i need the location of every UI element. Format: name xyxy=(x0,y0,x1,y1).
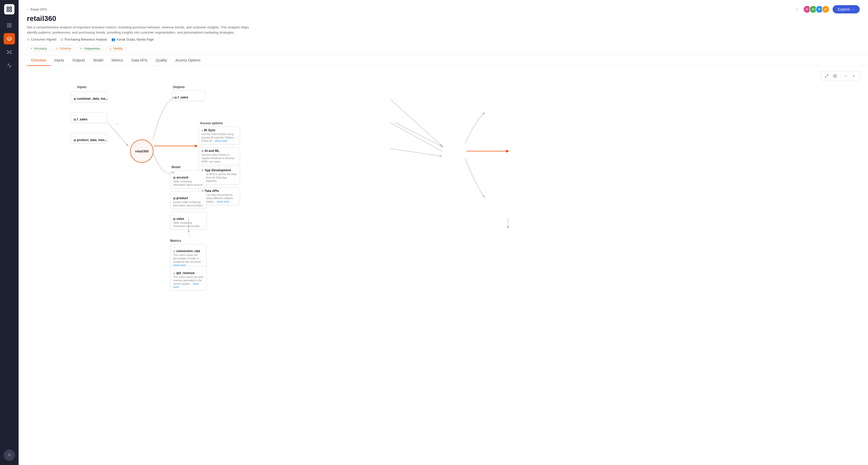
access-ai-ml[interactable]: ⊙ AI and ML Use this Data Product in Jup… xyxy=(199,147,240,165)
model-product[interactable]: — ▤ product product table containing inf… xyxy=(170,191,207,209)
breadcrumb-label: Retail OPS xyxy=(30,7,47,11)
sidebar-item-grid[interactable] xyxy=(4,20,15,31)
svg-point-19 xyxy=(8,454,10,455)
model-account[interactable]: — ▤ account Table containing information… xyxy=(170,170,207,188)
table-icon-3: ▤ xyxy=(74,139,76,142)
svg-line-18 xyxy=(10,53,10,53)
tab-model[interactable]: Model xyxy=(89,55,107,66)
product-table-icon: ▤ xyxy=(173,197,176,200)
sidebar-bottom xyxy=(4,450,15,461)
page-title: retail360 xyxy=(27,14,860,23)
svg-line-16 xyxy=(10,51,10,52)
uniqueness-label: Uniqueness xyxy=(84,47,100,51)
input-node-product[interactable]: — ▤ product_data_mas... xyxy=(71,133,107,144)
arrow-input-center: → xyxy=(115,121,119,127)
input-node-fsales[interactable]: — ▤ f_sales xyxy=(71,113,107,123)
badge-accuracy[interactable]: ✓ Accuracy xyxy=(27,45,50,52)
tab-overview[interactable]: Overview xyxy=(27,55,50,66)
svg-rect-4 xyxy=(7,24,9,25)
access-options-section-label: Access options xyxy=(200,121,223,125)
svg-line-26 xyxy=(396,123,443,147)
svg-line-24 xyxy=(390,99,442,146)
validity-warn-icon: ⚠ xyxy=(109,47,112,51)
svg-rect-5 xyxy=(10,24,11,25)
center-node-label: retail360 xyxy=(135,149,149,153)
breadcrumb: › Retail OPS xyxy=(27,7,47,11)
tab-metrics[interactable]: Metrics xyxy=(107,55,127,66)
meta-tags: ⊙ Consumer Aligned ◎ Purchasing Behaviou… xyxy=(27,37,860,41)
diagram-nodes: Inputs — ▤ customer_data_ma... — ▤ f_sal… xyxy=(27,71,311,226)
metric-icon-2: ◇ xyxy=(173,272,175,275)
meta-analysis: ◎ Purchasing Behaviour Analysis xyxy=(60,37,107,41)
input-node-customer[interactable]: — ▤ customer_data_ma... xyxy=(71,92,107,102)
app-logo[interactable] xyxy=(4,4,14,14)
analysis-icon: ◎ xyxy=(60,37,63,41)
metrics-section-label: Metrics xyxy=(170,239,181,243)
bi-sync-icon: ● xyxy=(202,129,203,132)
account-desc: Table containing information about accou… xyxy=(173,180,204,187)
sidebar-item-data[interactable] xyxy=(4,33,15,44)
uniqueness-check-icon: ✓ xyxy=(80,47,83,51)
show-more-link[interactable]: show more xyxy=(215,140,227,142)
tabs: Overview Inputs Outputs Model Metrics Da… xyxy=(19,55,868,66)
header-actions: ☆ K N P R Explore → xyxy=(795,5,860,13)
meta-domain: ⊙ Consumer Aligned xyxy=(27,37,56,41)
accuracy-label: Accuracy xyxy=(34,47,47,51)
badge-validity[interactable]: ⚠ Validity xyxy=(106,45,126,52)
metric-conversion-rate[interactable]: — ◇ conversion_rate This metric tracks t… xyxy=(170,244,207,269)
domain-icon: ⊙ xyxy=(27,37,30,41)
sidebar-item-nodes[interactable] xyxy=(4,46,15,58)
sidebar xyxy=(0,0,19,465)
quality-badges: ✓ Accuracy ⚠ Schema ✓ Uniqueness ⚠ Valid… xyxy=(27,45,860,55)
svg-point-11 xyxy=(7,51,8,51)
page-description: Get a comprehensive analysis of importan… xyxy=(27,25,259,35)
tab-data-apis[interactable]: Data APIs xyxy=(127,55,152,66)
svg-point-12 xyxy=(10,51,11,51)
model-section-label: Model xyxy=(172,165,181,169)
owners-icon: 👥 xyxy=(111,37,116,41)
validity-label: Validity xyxy=(113,47,123,51)
inputs-section-label: Inputs xyxy=(77,85,87,89)
table-icon: ▤ xyxy=(74,97,76,100)
header-top-row: › Retail OPS ☆ K N P R Explore → xyxy=(27,5,860,13)
metric-qtd-revenue[interactable]: — ◇ qtd_revenue This metric tracks the t… xyxy=(170,266,207,291)
avatar-4: R xyxy=(822,5,830,13)
data-apis-show-more[interactable]: show more xyxy=(217,200,229,203)
access-bi-sync[interactable]: ● BI Sync Use this Data Product using po… xyxy=(199,127,240,145)
table-icon-out: ▤ xyxy=(175,96,177,99)
svg-rect-0 xyxy=(7,7,9,9)
arrow-model-metrics: → xyxy=(187,233,193,238)
page-header: › Retail OPS ☆ K N P R Explore → retail3… xyxy=(19,0,868,55)
tab-inputs[interactable]: Inputs xyxy=(50,55,68,66)
output-node-fsales[interactable]: — ▤ f_sales xyxy=(172,90,205,101)
badge-uniqueness[interactable]: ✓ Uniqueness xyxy=(76,45,103,52)
badge-schema[interactable]: ⚠ Schema xyxy=(52,45,74,52)
svg-line-25 xyxy=(390,123,442,151)
model-sales[interactable]: — ▤ sales Table containing information a… xyxy=(170,212,207,230)
owners-label: Kanak Gupta, Nanda Page xyxy=(117,38,154,41)
user-avatar-icon[interactable] xyxy=(4,450,15,461)
svg-rect-3 xyxy=(10,10,11,11)
accuracy-check-icon: ✓ xyxy=(30,47,33,51)
sidebar-item-activity[interactable] xyxy=(4,60,15,71)
explore-button[interactable]: Explore → xyxy=(833,5,860,13)
breadcrumb-back-icon[interactable]: › xyxy=(27,7,28,11)
main-content: › Retail OPS ☆ K N P R Explore → retail3… xyxy=(19,0,868,465)
meta-owners: 👥 Kanak Gupta, Nanda Page xyxy=(111,37,154,41)
svg-rect-1 xyxy=(10,7,11,9)
tab-access-options[interactable]: Access Options xyxy=(171,55,205,66)
favorite-icon[interactable]: ☆ xyxy=(795,6,799,12)
metric-icon-1: ◇ xyxy=(173,250,175,253)
account-table-icon: ▤ xyxy=(173,176,176,179)
svg-rect-2 xyxy=(7,10,9,11)
domain-label: Consumer Aligned xyxy=(31,38,56,41)
tab-outputs[interactable]: Outputs xyxy=(68,55,89,66)
svg-line-17 xyxy=(8,53,9,53)
table-icon-2: ▤ xyxy=(74,118,76,121)
svg-point-14 xyxy=(10,53,11,54)
tab-quality[interactable]: Quality xyxy=(152,55,171,66)
diagram-area: − + xyxy=(19,66,868,465)
ai-icon: ⊙ xyxy=(202,150,204,152)
qtd-show-more[interactable]: show more xyxy=(173,282,199,288)
center-node-retail360[interactable]: retail360 xyxy=(130,140,153,163)
